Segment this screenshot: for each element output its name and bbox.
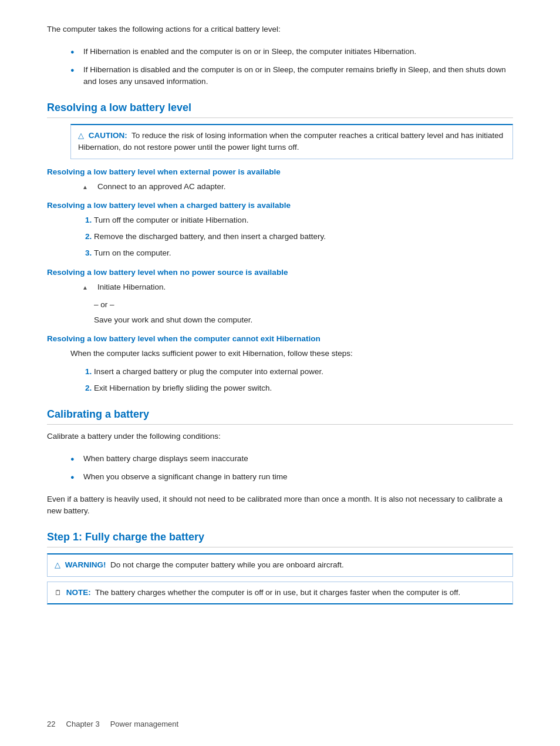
warning-text: Do not charge the computer battery while… [110,560,344,569]
caution-box: △ CAUTION: To reduce the risk of losing … [70,124,513,159]
footer-chapter: Chapter 3 [66,720,100,728]
note-label: NOTE: [66,588,91,597]
footer: 22 Chapter 3 Power management [47,720,178,728]
warning-triangle-icon: △ [55,559,60,571]
warning-box: △ WARNING! Do not charge the computer ba… [47,553,513,576]
intro-text: The computer takes the following actions… [47,23,513,35]
charged-step-3: Turn on the computer. [94,247,513,259]
note-text: The battery charges whether the computer… [95,588,460,597]
subsection-cannot-exit-title: Resolving a low battery level when the c… [47,334,513,343]
calibrating-footer-text: Even if a battery is heavily used, it sh… [47,493,513,518]
charged-step-1: Turn off the computer or initiate Hibern… [94,214,513,226]
charged-step-2: Remove the discharged battery, and then … [94,231,513,243]
caution-text: To reduce the risk of losing information… [78,131,503,152]
save-text: Save your work and shut down the compute… [94,314,513,326]
charged-battery-steps: Turn off the computer or initiate Hibern… [94,214,513,260]
cannot-exit-step-1: Insert a charged battery or plug the com… [94,366,513,378]
warning-label: WARNING! [65,560,106,569]
subsection-external-title: Resolving a low battery level when exter… [47,167,513,176]
no-power-item: Initiate Hibernation. [82,281,513,293]
calibrating-bullet-2: When you observe a significant change in… [70,471,513,483]
intro-bullet-list: If Hibernation is enabled and the comput… [70,46,513,88]
intro-bullet-2: If Hibernation is disabled and the compu… [70,64,513,88]
calibrating-intro: Calibrate a battery under the following … [47,431,513,442]
calibrating-bullet-1: When battery charge displays seem inaccu… [70,453,513,465]
subsection-no-power-title: Resolving a low battery level when no po… [47,268,513,277]
cannot-exit-intro: When the computer lacks sufficient power… [70,348,513,359]
external-power-list: Connect to an approved AC adapter. [82,181,513,193]
section-resolving-title: Resolving a low battery level [47,102,513,118]
caution-triangle-icon: △ [78,130,84,142]
intro-bullet-1: If Hibernation is enabled and the comput… [70,46,513,58]
external-power-item: Connect to an approved AC adapter. [82,181,513,193]
note-box: 🗒 NOTE: The battery charges whether the … [47,582,513,604]
calibrating-bullets: When battery charge displays seem inaccu… [70,453,513,483]
or-text: – or – [94,299,513,311]
cannot-exit-steps: Insert a charged battery or plug the com… [94,366,513,395]
cannot-exit-step-2: Exit Hibernation by briefly sliding the … [94,382,513,394]
no-power-list: Initiate Hibernation. [82,281,513,293]
footer-chapter-title: Power management [110,720,178,728]
footer-page-number: 22 [47,720,55,728]
subsection-charged-title: Resolving a low battery level when a cha… [47,201,513,210]
section-step1-title: Step 1: Fully charge the battery [47,531,513,547]
note-icon: 🗒 [55,587,62,598]
section-calibrating-title: Calibrating a battery [47,408,513,425]
caution-label: CAUTION: [89,131,127,140]
